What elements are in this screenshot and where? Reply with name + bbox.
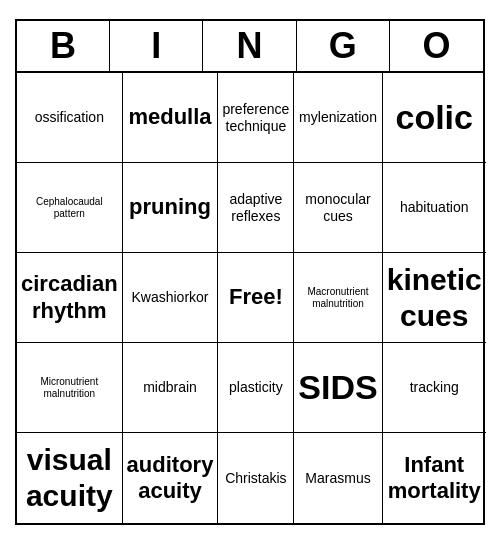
cell-text: colic (395, 97, 472, 138)
bingo-cell: monocular cues (294, 163, 382, 253)
bingo-cell: auditory acuity (123, 433, 219, 523)
bingo-cell: Macronutrient malnutrition (294, 253, 382, 343)
cell-text: Infant mortality (387, 452, 482, 505)
bingo-cell: habituation (383, 163, 486, 253)
bingo-cell: SIDS (294, 343, 382, 433)
header-letter: G (297, 21, 390, 71)
bingo-cell: Marasmus (294, 433, 382, 523)
cell-text: preference technique (222, 101, 289, 135)
bingo-cell: preference technique (218, 73, 294, 163)
cell-text: Free! (229, 284, 283, 310)
bingo-cell: Christakis (218, 433, 294, 523)
bingo-cell: adaptive reflexes (218, 163, 294, 253)
cell-text: Christakis (225, 470, 286, 487)
bingo-cell: colic (383, 73, 486, 163)
bingo-cell: Cephalocaudal pattern (17, 163, 123, 253)
bingo-cell: Micronutrient malnutrition (17, 343, 123, 433)
bingo-cell: midbrain (123, 343, 219, 433)
cell-text: plasticity (229, 379, 283, 396)
bingo-header: BINGO (17, 21, 483, 73)
bingo-card: BINGO ossificationmedullapreference tech… (15, 19, 485, 525)
cell-text: Macronutrient malnutrition (298, 286, 377, 310)
bingo-cell: mylenization (294, 73, 382, 163)
bingo-cell: medulla (123, 73, 219, 163)
cell-text: habituation (400, 199, 469, 216)
bingo-cell: tracking (383, 343, 486, 433)
cell-text: monocular cues (298, 191, 377, 225)
cell-text: circadian rhythm (21, 271, 118, 324)
bingo-cell: kinetic cues (383, 253, 486, 343)
header-letter: B (17, 21, 110, 71)
bingo-cell: Kwashiorkor (123, 253, 219, 343)
bingo-cell: Infant mortality (383, 433, 486, 523)
header-letter: N (203, 21, 296, 71)
cell-text: pruning (129, 194, 211, 220)
bingo-cell: ossification (17, 73, 123, 163)
bingo-cell: plasticity (218, 343, 294, 433)
bingo-cell: Free! (218, 253, 294, 343)
cell-text: adaptive reflexes (222, 191, 289, 225)
cell-text: SIDS (298, 367, 377, 408)
cell-text: medulla (128, 104, 211, 130)
cell-text: tracking (410, 379, 459, 396)
cell-text: midbrain (143, 379, 197, 396)
cell-text: auditory acuity (127, 452, 214, 505)
cell-text: kinetic cues (387, 262, 482, 334)
cell-text: Marasmus (305, 470, 370, 487)
cell-text: Cephalocaudal pattern (21, 196, 118, 220)
cell-text: ossification (35, 109, 104, 126)
header-letter: I (110, 21, 203, 71)
cell-text: mylenization (299, 109, 377, 126)
bingo-cell: visual acuity (17, 433, 123, 523)
bingo-cell: circadian rhythm (17, 253, 123, 343)
header-letter: O (390, 21, 483, 71)
cell-text: visual acuity (21, 442, 118, 514)
cell-text: Micronutrient malnutrition (21, 376, 118, 400)
bingo-cell: pruning (123, 163, 219, 253)
bingo-grid: ossificationmedullapreference techniquem… (17, 73, 483, 523)
cell-text: Kwashiorkor (131, 289, 208, 306)
